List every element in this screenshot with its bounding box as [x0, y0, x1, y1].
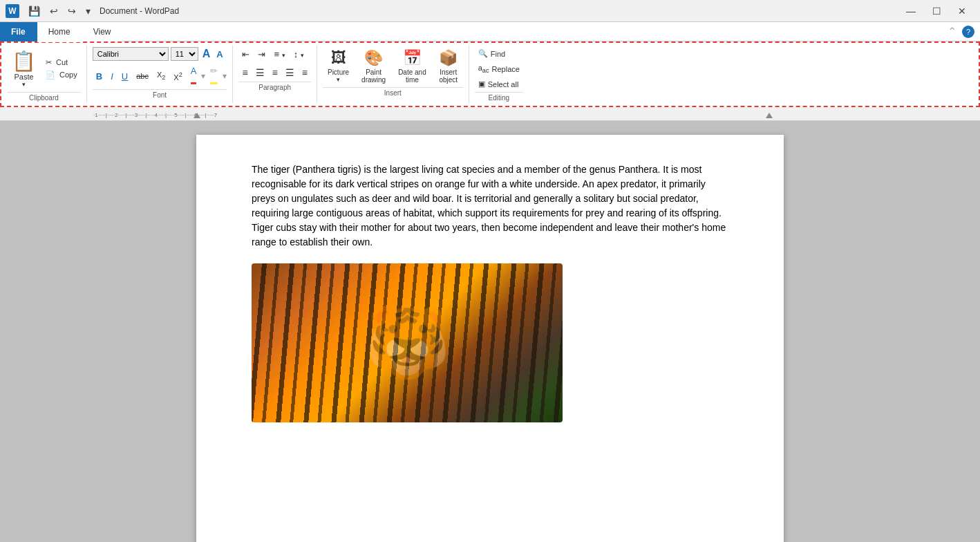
ribbon: File Home View ⌃ ? 📋 Paste ▾ ✂ Cut [0, 22, 980, 107]
shrink-font-button[interactable]: A [214, 48, 225, 60]
document-text[interactable]: The tiger (Panthera tigris) is the large… [252, 162, 728, 250]
list-indent-row: ⇤ ⇥ ≡ ▾ ↕ ▾ [238, 47, 311, 62]
bullets-button[interactable]: ≡ ▾ [270, 47, 288, 62]
document-area[interactable]: The tiger (Panthera tigris) is the large… [0, 121, 980, 542]
grow-font-button[interactable]: A [200, 47, 213, 61]
clipboard-controls: 📋 Paste ▾ ✂ Cut 📄 Copy [7, 47, 81, 91]
copy-button[interactable]: 📄 Copy [42, 69, 81, 81]
close-button[interactable]: ✕ [950, 3, 974, 19]
ruler-svg: ·1·····|·····2·····|·····3·····|·····4··… [0, 107, 980, 121]
insert-group: 🖼 Picture ▾ 🎨 Paintdrawing 📅 Date andtim… [317, 46, 469, 103]
tab-view[interactable]: View [82, 22, 123, 41]
highlight-button[interactable]: ✏ [207, 64, 221, 88]
font-group: Calibri 11 A A B I U abc X2 X2 A [87, 46, 234, 103]
customize-button[interactable]: ▾ [82, 3, 94, 19]
justify-button[interactable]: ☰ [282, 65, 298, 80]
replace-icon: aac [478, 64, 489, 74]
paint-drawing-button[interactable]: 🎨 Paintdrawing [357, 47, 390, 86]
window-title: Document - WordPad [100, 6, 898, 16]
format-row: B I U abc X2 X2 A ▾ ✏ ▾ [93, 64, 227, 88]
ruler: ·1·····|·····2·····|·····3·····|·····4··… [0, 107, 980, 121]
find-label: Find [491, 50, 505, 58]
tab-file[interactable]: File [0, 22, 37, 41]
save-button[interactable]: 💾 [25, 3, 44, 19]
paragraph-group: ⇤ ⇥ ≡ ▾ ↕ ▾ ≡ ☰ ≡ ☰ ≡ Paragraph [233, 46, 317, 103]
bullets-dropdown-icon[interactable]: ▾ [282, 52, 285, 59]
cut-label: Cut [56, 58, 68, 66]
copy-icon: 📄 [46, 71, 55, 79]
paint-label: Paintdrawing [361, 68, 386, 84]
window-controls: — ☐ ✕ [898, 3, 974, 19]
picture-dropdown-icon[interactable]: ▾ [337, 76, 340, 83]
tiger-image [252, 263, 563, 422]
help-icon[interactable]: ? [962, 26, 974, 38]
ribbon-tab-bar: File Home View ⌃ ? [0, 22, 980, 41]
select-all-icon: ▣ [478, 80, 485, 88]
editing-label: Editing [475, 92, 523, 102]
picture-icon: 🖼 [331, 49, 346, 67]
paste-button[interactable]: 📋 Paste ▾ [7, 48, 41, 90]
increase-indent-button[interactable]: ⇥ [254, 47, 269, 62]
select-all-label: Select all [488, 80, 519, 88]
picture-label: Picture [328, 68, 349, 76]
datetime-button[interactable]: 📅 Date andtime [393, 47, 431, 86]
redo-button[interactable]: ↪ [64, 3, 79, 19]
ribbon-collapse-icon[interactable]: ⌃ [948, 25, 957, 38]
clipboard-group: 📋 Paste ▾ ✂ Cut 📄 Copy Clipboard [1, 46, 87, 103]
font-family-select[interactable]: Calibri [93, 47, 169, 61]
paste-dropdown-icon[interactable]: ▾ [22, 81, 26, 88]
titlebar: W 💾 ↩ ↪ ▾ Document - WordPad — ☐ ✕ [0, 0, 980, 22]
bold-button[interactable]: B [93, 70, 106, 83]
cut-button[interactable]: ✂ Cut [42, 57, 81, 68]
paste-label: Paste [14, 73, 33, 81]
select-all-button[interactable]: ▣ Select all [475, 77, 523, 91]
clipboard-small-buttons: ✂ Cut 📄 Copy [42, 57, 81, 81]
subscript-button[interactable]: X2 [153, 69, 169, 82]
superscript-button[interactable]: X2 [170, 70, 185, 83]
datetime-label: Date andtime [398, 68, 426, 84]
insert-label: Insert [323, 87, 463, 97]
insert-object-button[interactable]: 📦 Insertobject [434, 47, 463, 86]
font-color-button[interactable]: A [187, 64, 200, 88]
align-left-button[interactable]: ≡ [238, 65, 251, 80]
align-right-button[interactable]: ≡ [269, 65, 281, 80]
document-page: The tiger (Panthera tigris) is the large… [196, 135, 784, 542]
calendar-icon: 📅 [403, 49, 422, 67]
quick-access-toolbar: 💾 ↩ ↪ ▾ [25, 3, 94, 19]
minimize-button[interactable]: — [898, 3, 924, 19]
editing-buttons: 🔍 Find aac Replace ▣ Select all [475, 47, 523, 91]
find-button[interactable]: 🔍 Find [475, 47, 523, 60]
paint-icon: 🎨 [364, 49, 383, 67]
picture-button[interactable]: 🖼 Picture ▾ [323, 47, 354, 86]
highlight-dropdown[interactable]: ▾ [223, 71, 227, 81]
insert-object-icon: 📦 [439, 49, 458, 67]
replace-label: Replace [492, 65, 520, 73]
decrease-indent-button[interactable]: ⇤ [238, 47, 253, 62]
font-color-bar [191, 82, 197, 84]
rtl-button[interactable]: ≡ [299, 65, 311, 80]
font-color-dropdown[interactable]: ▾ [201, 71, 205, 81]
find-icon: 🔍 [478, 49, 488, 58]
align-center-button[interactable]: ☰ [252, 65, 268, 80]
app-icon: W [6, 4, 19, 18]
paragraph-label: Paragraph [238, 82, 311, 91]
line-spacing-button[interactable]: ↕ ▾ [290, 47, 308, 62]
cut-icon: ✂ [46, 58, 52, 66]
maximize-button[interactable]: ☐ [924, 3, 950, 19]
insert-object-label: Insertobject [439, 68, 458, 84]
paste-icon: 📋 [12, 50, 36, 73]
spacing-dropdown-icon[interactable]: ▾ [301, 52, 304, 59]
italic-button[interactable]: I [107, 70, 117, 83]
replace-button[interactable]: aac Replace [475, 62, 523, 76]
copy-label: Copy [59, 71, 77, 79]
tab-home[interactable]: Home [37, 22, 82, 42]
clipboard-label: Clipboard [7, 92, 81, 102]
font-size-select[interactable]: 11 [171, 47, 198, 61]
ribbon-content: 📋 Paste ▾ ✂ Cut 📄 Copy Clipboard [0, 41, 980, 107]
font-label: Font [93, 89, 227, 99]
font-selector-row: Calibri 11 A A [93, 47, 227, 61]
strikethrough-button[interactable]: abc [133, 71, 152, 82]
undo-button[interactable]: ↩ [46, 3, 62, 19]
underline-button[interactable]: U [118, 70, 131, 83]
app-icon-symbol: W [8, 6, 16, 16]
